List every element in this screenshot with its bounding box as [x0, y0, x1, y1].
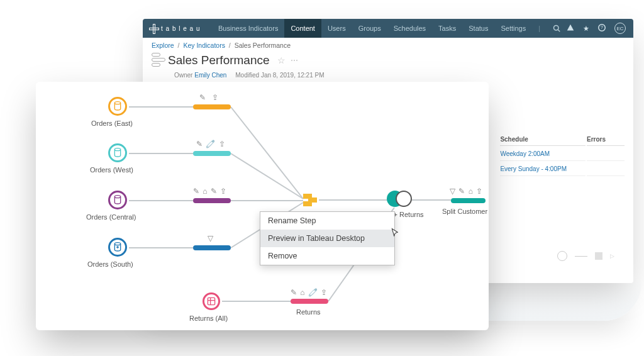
filter-icon: ▽ [208, 234, 214, 243]
ctx-remove[interactable]: Remove [260, 247, 394, 265]
breadcrumb-root[interactable]: Explore [152, 42, 174, 49]
table-row[interactable]: Weekday 2:00AM [500, 147, 625, 161]
schedules-table: Schedule Errors Weekday 2:00AM Every Sun… [499, 132, 626, 177]
user-avatar[interactable]: EC [614, 23, 626, 34]
label-orders-south: Orders (South) [87, 260, 133, 268]
svg-point-16 [114, 102, 120, 104]
modified-label: Modified [235, 72, 259, 79]
step-tools-icon: ✎ ⌂ ✎ ⇪ [193, 187, 227, 196]
logo-icon [149, 24, 158, 33]
datasource-orders-central[interactable] [108, 191, 127, 209]
schedule-link[interactable]: Weekday 2:00AM [500, 150, 550, 157]
datasource-orders-east[interactable] [108, 97, 127, 116]
label-orders-west: Orders (West) [90, 166, 133, 174]
table-row[interactable]: Every Sunday - 4:00PM [500, 162, 625, 176]
errors-cell [587, 162, 625, 176]
nav-settings[interactable]: Settings [494, 19, 532, 38]
nav-groups[interactable]: Groups [352, 19, 387, 38]
workbook-meta: Owner Emily Chen Modified Jan 8, 2019, 1… [143, 72, 633, 79]
clean-step-west[interactable] [193, 151, 231, 156]
label-split: Split Customer [442, 208, 487, 215]
prep-flow-window: Orders (East) Orders (West) Orders (Cent… [36, 82, 489, 330]
svg-text:?: ? [601, 25, 603, 30]
owner-link[interactable]: Emily Chen [194, 72, 226, 79]
svg-line-1 [558, 30, 560, 31]
owner-label: Owner [174, 72, 192, 79]
step-tools-icon: ✎ ⇪ [199, 93, 219, 102]
page-title: Sales Performance [168, 53, 270, 67]
join-step[interactable] [387, 190, 411, 208]
label-orders-east: Orders (East) [91, 120, 133, 127]
step-tools-icon: ✎ 🧷 ⇪ [196, 140, 226, 148]
step-tools-icon: ▽ ✎ ⌂ ⇪ [450, 187, 483, 196]
union-step[interactable] [303, 194, 318, 206]
svg-point-19 [114, 243, 120, 245]
errors-cell [587, 147, 625, 161]
modified-value: Jan 8, 2019, 12:21 PM [261, 72, 325, 79]
clean-step-east[interactable] [193, 104, 231, 109]
mouse-cursor-icon [391, 228, 401, 238]
label-returns-all: Returns (All) [189, 314, 228, 322]
nav-status[interactable]: Status [462, 19, 494, 38]
nav-divider: | [532, 19, 547, 38]
label-returns-step: Returns [296, 308, 321, 316]
more-actions-icon[interactable]: ⋯ [291, 56, 298, 65]
context-menu: Rename Step Preview in Tableau Desktop R… [260, 211, 395, 265]
col-schedule[interactable]: Schedule [500, 133, 586, 146]
col-errors[interactable]: Errors [587, 133, 625, 146]
breadcrumb-mid[interactable]: Key Indicators [183, 42, 225, 49]
breadcrumb: Explore / Key Indicators / Sales Perform… [143, 38, 633, 53]
overview-thumbnail: ▷ [557, 251, 614, 261]
svg-line-9 [231, 153, 303, 199]
clean-step-south[interactable] [193, 245, 231, 250]
label-orders-central: Orders (Central) [86, 213, 136, 221]
search-icon[interactable] [547, 19, 567, 38]
datasource-orders-south[interactable] [108, 238, 127, 257]
svg-rect-22 [208, 298, 214, 304]
schedule-link[interactable]: Every Sunday - 4:00PM [500, 165, 567, 172]
step-tools-icon: ✎ ⌂ 🧷 ⇪ [291, 288, 328, 297]
favorites-icon[interactable]: ★ [583, 25, 589, 33]
svg-point-17 [114, 148, 120, 151]
nav-schedules[interactable]: Schedules [387, 19, 432, 38]
top-nav: Business Indicators Content Users Groups… [212, 19, 567, 38]
notifications-icon[interactable] [567, 24, 574, 33]
topbar: t a b l e a u Business Indicators Conten… [143, 19, 633, 38]
svg-line-8 [231, 107, 303, 199]
ctx-rename[interactable]: Rename Step [260, 212, 394, 230]
favorite-star-icon[interactable]: ☆ [277, 55, 286, 65]
nav-content[interactable]: Content [284, 19, 321, 38]
split-customer-step[interactable] [451, 198, 486, 203]
breadcrumb-leaf: Sales Performance [235, 42, 291, 49]
nav-tasks[interactable]: Tasks [432, 19, 462, 38]
datasource-returns[interactable] [203, 292, 220, 310]
nav-workspace[interactable]: Business Indicators [212, 19, 284, 38]
tableau-logo: t a b l e a u [143, 24, 212, 33]
help-icon[interactable]: ? [598, 24, 606, 33]
nav-users[interactable]: Users [321, 19, 352, 38]
flow-icon [152, 53, 163, 68]
brand-text: t a b l e a u [161, 25, 200, 32]
datasource-orders-west[interactable] [108, 143, 127, 162]
ctx-preview[interactable]: Preview in Tableau Desktop [260, 230, 394, 247]
svg-point-18 [114, 196, 120, 198]
svg-point-0 [554, 26, 559, 31]
clean-step-central[interactable] [193, 198, 231, 203]
clean-step-returns[interactable] [291, 299, 328, 304]
